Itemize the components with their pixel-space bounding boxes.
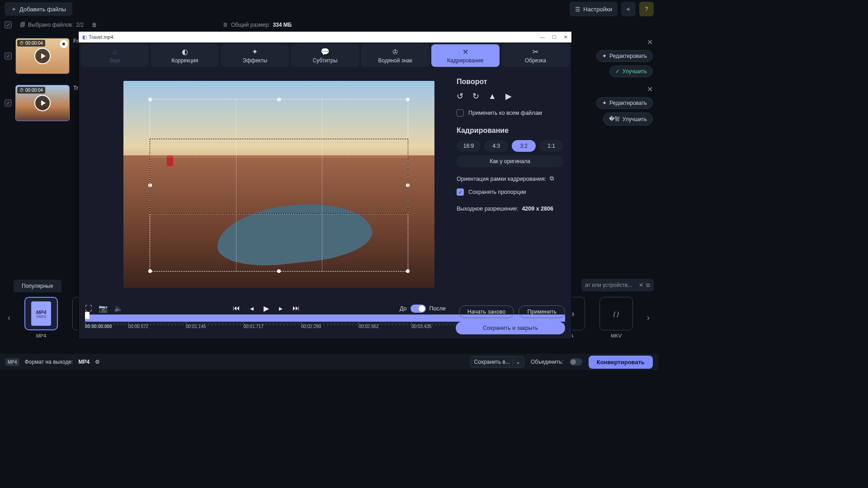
editor-modal: ◧ Travel.mp4 — ☐ ✕ ♫Звук ◐Коррекция ✦Эфф… (79, 32, 571, 339)
remove-file-button[interactable]: ✕ (647, 85, 653, 94)
apply-all-checkbox[interactable] (457, 109, 464, 117)
duration-badge: ⏱ 00:00:04 (17, 87, 45, 94)
settings-button[interactable]: ☰ Настройки (570, 2, 618, 16)
file-thumbnail[interactable]: ⏱ 00:00:04 (15, 85, 70, 121)
music-icon: ♫ (112, 48, 118, 56)
play-icon[interactable] (34, 95, 51, 111)
crop-handle[interactable] (277, 98, 281, 101)
tab-trim[interactable]: ✂Обрезка (501, 44, 570, 67)
selected-count: 🗐 Выбрано файлов: 2/2 (20, 22, 84, 28)
duration-badge: ⏱ 00:00:04 (17, 40, 45, 47)
remove-file-button[interactable]: ✕ (647, 38, 653, 47)
file-checkbox[interactable] (5, 52, 12, 60)
settings-label: Настройки (583, 6, 612, 13)
edit-button[interactable]: ✦Редактировать (596, 97, 653, 109)
crop-icon: ⤧ (462, 47, 468, 56)
ratio-original[interactable]: Как у оригинала (457, 155, 563, 167)
merge-toggle[interactable] (570, 358, 582, 366)
format-search-placeholder: ат или устройств... (585, 282, 636, 288)
enhance-button[interactable]: ✓Улучшить (609, 66, 653, 77)
favorite-icon[interactable]: ★ (60, 40, 68, 48)
format-badge-icon: MP4 (5, 358, 19, 366)
formats-prev-button[interactable]: ‹ (3, 298, 15, 338)
crop-handle[interactable] (148, 98, 152, 101)
crop-handle[interactable] (277, 269, 281, 273)
rotate-left-button[interactable]: ↺ (457, 91, 463, 101)
timeline-playhead[interactable] (85, 312, 90, 319)
tab-correction[interactable]: ◐Коррекция (151, 44, 219, 67)
total-size: 🗎 Общий размер: 334 МБ (223, 22, 292, 28)
add-files-label: Добавить файлы (19, 6, 66, 13)
crop-heading: Кадрирование (457, 127, 563, 135)
chevron-down-icon: ⌄ (513, 359, 520, 365)
ratio-4-3[interactable]: 4:3 (484, 140, 508, 152)
app-icon: ◧ (82, 34, 87, 40)
format-search[interactable]: ат или устройств... ✕ ⧉ (581, 279, 654, 291)
sliders-icon: ☰ (575, 6, 580, 13)
play-icon[interactable] (34, 48, 51, 64)
save-and-close-button[interactable]: Сохранить и закрыть (456, 322, 565, 334)
minimize-button[interactable]: — (540, 34, 545, 40)
help-icon: ? (645, 6, 648, 12)
wand-icon: ✦ (602, 53, 607, 59)
plus-icon: ＋ (11, 5, 17, 13)
crop-handle[interactable] (406, 98, 410, 101)
orientation-toggle-button[interactable]: ⧉ (550, 175, 554, 182)
close-button[interactable]: ✕ (564, 34, 568, 40)
tab-sound[interactable]: ♫Звук (80, 44, 149, 67)
video-preview[interactable] (123, 81, 434, 288)
ai-icon: �智 (609, 115, 620, 123)
edit-button[interactable]: ✦Редактировать (596, 50, 653, 62)
tab-watermark[interactable]: ♔Водяной знак (361, 44, 429, 67)
apply-button[interactable]: Применить (519, 305, 565, 318)
convert-button[interactable]: Конвертировать (589, 356, 653, 369)
window-titlebar: ◧ Travel.mp4 — ☐ ✕ (79, 32, 571, 42)
flip-vertical-button[interactable]: ▶ (505, 91, 512, 101)
add-files-button[interactable]: ＋ Добавить файлы (5, 2, 72, 16)
output-settings-button[interactable]: ⚙ (95, 359, 100, 365)
orientation-label: Ориентация рамки кадрирования: (457, 176, 546, 182)
delete-selected-button[interactable]: 🗑 (92, 22, 97, 28)
help-button[interactable]: ? (639, 2, 654, 16)
flip-horizontal-button[interactable]: ▲ (488, 92, 496, 101)
formats-next-button[interactable]: › (642, 298, 655, 338)
chat-icon: 💬 (321, 47, 330, 56)
output-format-label: Формат на выходе: (25, 359, 73, 365)
save-to-dropdown[interactable]: Сохранить в... ⌄ (470, 356, 524, 368)
document-icon: 🗎 (223, 22, 228, 28)
ai-enhance-button[interactable]: �智Улучшить (603, 113, 653, 126)
tab-effects[interactable]: ✦Эффекты (221, 44, 289, 67)
wand-icon: ✦ (602, 100, 607, 106)
rotate-heading: Поворот (457, 78, 563, 86)
file-thumbnail[interactable]: ⏱ 00:00:04 ★ (15, 38, 70, 74)
apply-all-label: Применить ко всем файлам (468, 110, 542, 116)
format-card[interactable]: { }MKV (594, 297, 638, 338)
search-expand-icon[interactable]: ⧉ (646, 282, 650, 288)
ratio-1-1[interactable]: 1:1 (539, 140, 563, 152)
tab-crop[interactable]: ⤧Кадрирование (431, 44, 500, 67)
sparkle-icon: ✦ (252, 47, 258, 56)
window-title: Travel.mp4 (89, 34, 113, 40)
share-button[interactable]: ⪪ (621, 2, 636, 16)
rotate-right-button[interactable]: ↻ (472, 91, 479, 101)
format-card-mp4[interactable]: MP4VIDEO MP4 (19, 297, 63, 338)
output-resolution: Выходное разрешение:4209 x 2806 (457, 206, 563, 212)
maximize-button[interactable]: ☐ (552, 34, 557, 40)
crop-thirds-overlay (150, 139, 408, 214)
merge-label: Объединить: (531, 359, 563, 365)
contrast-icon: ◐ (182, 47, 188, 56)
ratio-16-9[interactable]: 16:9 (457, 140, 481, 152)
check-icon: ✓ (615, 68, 620, 75)
select-all-checkbox[interactable] (5, 21, 12, 28)
crop-handle[interactable] (148, 269, 152, 273)
file-icon: 🗐 (20, 22, 25, 28)
formats-tab-popular[interactable]: Популярные (14, 280, 61, 292)
tab-subtitles[interactable]: 💬Субтитры (291, 44, 359, 67)
keep-ratio-checkbox[interactable] (457, 188, 464, 196)
ratio-3-2[interactable]: 3:2 (512, 140, 536, 152)
restart-button[interactable]: Начать заново (459, 305, 514, 318)
crop-handle[interactable] (406, 269, 410, 273)
file-checkbox[interactable] (5, 99, 12, 107)
clear-search-icon[interactable]: ✕ (639, 282, 643, 288)
output-format-value: MP4 (78, 359, 90, 365)
